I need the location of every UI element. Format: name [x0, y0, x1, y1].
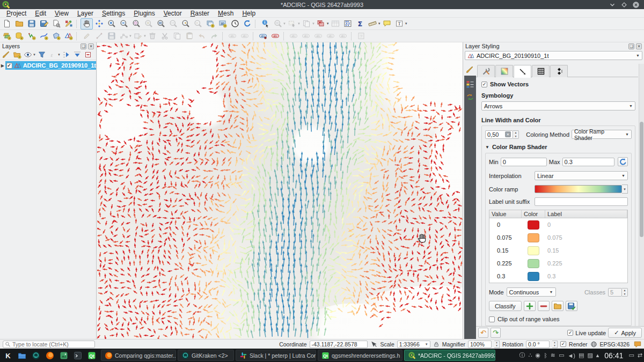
- symbology-combobox[interactable]: Arrows ▼: [481, 101, 635, 110]
- locator-input[interactable]: [12, 341, 87, 348]
- add-vector-layer-button[interactable]: [13, 31, 25, 42]
- styling-layer-combobox[interactable]: ADCIRC_BG_20190910_1t ▼: [465, 51, 642, 60]
- column-header-value[interactable]: Value: [489, 210, 522, 218]
- add-spatialite-layer-button[interactable]: [50, 31, 62, 42]
- terminal-icon[interactable]: [71, 350, 84, 361]
- live-update-checkbox[interactable]: [567, 330, 573, 336]
- zoom-full-button[interactable]: [130, 18, 142, 29]
- styling-panel-close-icon[interactable]: ✕: [636, 43, 642, 49]
- zoom-to-layer-button[interactable]: [155, 18, 167, 29]
- locator-box[interactable]: [3, 341, 95, 348]
- scale-combobox[interactable]: 1:33966▼: [397, 341, 430, 348]
- layer-expand-icon[interactable]: ▶: [0, 63, 5, 68]
- min-input[interactable]: 0: [501, 158, 547, 166]
- menu-layer[interactable]: Layer: [73, 10, 98, 17]
- table-row[interactable]: 0.0750.075: [489, 231, 627, 244]
- expand-all-button[interactable]: [62, 50, 71, 60]
- task-button[interactable]: *ADCIRC - QGIS 26427ab9993: [404, 350, 495, 361]
- new-map-view-button[interactable]: [204, 18, 216, 29]
- open-data-source-manager-button[interactable]: [1, 31, 13, 42]
- cell-color[interactable]: [522, 259, 545, 268]
- tab-mesh-settings[interactable]: [477, 65, 495, 77]
- gitkraken-launcher-icon[interactable]: [30, 350, 42, 361]
- clip-out-of-range-checkbox[interactable]: [489, 316, 495, 322]
- color-ramp-shader-collapser[interactable]: ▼ Color Ramp Shader: [485, 144, 632, 150]
- bluetooth-icon[interactable]: ᛒ: [544, 352, 547, 359]
- save-project-as-button[interactable]: [38, 18, 50, 29]
- load-color-map-button[interactable]: [552, 301, 564, 311]
- window-switch-icon[interactable]: ⇄: [638, 352, 642, 359]
- table-row[interactable]: 0.30.3: [489, 270, 627, 283]
- info-icon[interactable]: ⓘ: [519, 351, 525, 359]
- window-shade-icon[interactable]: [609, 1, 616, 9]
- column-header-label[interactable]: Label: [545, 210, 627, 218]
- add-value-button[interactable]: [524, 301, 536, 311]
- layer-visibility-checkbox[interactable]: [6, 63, 12, 69]
- battery-icon[interactable]: ▭: [559, 352, 564, 359]
- menu-mesh[interactable]: Mesh: [214, 10, 238, 17]
- tab-rendering[interactable]: [532, 65, 550, 77]
- interpolation-combobox[interactable]: Linear ▼: [535, 171, 628, 180]
- pan-to-selection-button[interactable]: [93, 18, 105, 29]
- processing-toolbox-button[interactable]: [342, 18, 354, 29]
- table-row[interactable]: 00: [489, 218, 627, 231]
- tray-expand-icon[interactable]: ▴: [596, 352, 599, 359]
- chevron-down-icon[interactable]: ▼: [378, 22, 381, 25]
- color-swatch[interactable]: [528, 233, 539, 242]
- filter-legend-button[interactable]: [37, 50, 47, 60]
- redo-button[interactable]: ↷: [491, 328, 501, 338]
- map-canvas[interactable]: [97, 42, 463, 339]
- menu-help[interactable]: Help: [238, 10, 260, 17]
- remove-value-button[interactable]: [538, 301, 550, 311]
- firefox-launcher-icon[interactable]: [43, 350, 56, 361]
- lock-icon[interactable]: [433, 341, 440, 348]
- window-maximize-icon[interactable]: [620, 1, 628, 9]
- temporal-controller-panel-button[interactable]: [229, 18, 241, 29]
- cell-color[interactable]: [522, 233, 545, 242]
- table-row[interactable]: 0.150.15: [489, 244, 627, 257]
- image-viewer-icon[interactable]: [57, 350, 70, 361]
- chevron-down-icon[interactable]: ▼: [33, 53, 36, 56]
- new-3d-map-view-button[interactable]: 3D: [216, 18, 229, 29]
- tab-contours[interactable]: [495, 65, 513, 77]
- chevron-down-icon[interactable]: ▼: [405, 22, 408, 25]
- labeling-button[interactable]: abc: [257, 31, 269, 42]
- kde-menu-icon[interactable]: K: [2, 350, 14, 361]
- save-project-button[interactable]: [25, 18, 38, 29]
- label-unit-suffix-input[interactable]: [535, 197, 628, 206]
- extents-icon[interactable]: [370, 341, 378, 348]
- kdeconnect-icon[interactable]: ∴: [529, 352, 532, 359]
- wifi-icon[interactable]: ≋: [551, 352, 555, 359]
- magnifier-field[interactable]: 100%: [468, 341, 492, 348]
- map-tips-button[interactable]: [381, 18, 393, 29]
- menu-view[interactable]: View: [50, 10, 73, 17]
- classify-button[interactable]: Classify: [489, 301, 522, 311]
- add-delimited-text-layer-button[interactable]: [25, 31, 38, 42]
- project-properties-button[interactable]: [50, 18, 62, 29]
- coordinate-field[interactable]: -43.1187,-22.8578: [310, 341, 368, 348]
- diagrams-button[interactable]: abc: [269, 31, 282, 42]
- statistical-summary-button[interactable]: Σ: [354, 18, 367, 29]
- zoom-last-button[interactable]: [179, 18, 192, 29]
- color-swatch[interactable]: [528, 259, 539, 268]
- tab-stacked-mesh-averaging[interactable]: [550, 65, 568, 77]
- virtual-desktop-icon[interactable]: ▭: [628, 352, 634, 359]
- show-vectors-checkbox[interactable]: [481, 82, 487, 87]
- cell-color[interactable]: [522, 220, 545, 230]
- remove-layer-button[interactable]: [83, 50, 93, 60]
- manage-map-themes-button[interactable]: [23, 50, 33, 60]
- history-strip-icon[interactable]: [466, 93, 474, 101]
- color-ramp-menu-icon[interactable]: ▼: [622, 184, 628, 194]
- open-layer-styling-panel-button[interactable]: [2, 50, 11, 60]
- crs-globe-icon[interactable]: [590, 341, 597, 348]
- chevron-down-icon[interactable]: ▼: [326, 22, 330, 25]
- new-project-button[interactable]: [1, 18, 13, 29]
- cell-color[interactable]: [522, 246, 545, 255]
- legend-strip-icon[interactable]: [466, 80, 474, 88]
- max-input[interactable]: 0.3: [562, 158, 614, 166]
- rotation-stepper[interactable]: ▲▼: [552, 341, 558, 348]
- zoom-in-button[interactable]: [105, 18, 118, 29]
- column-header-color[interactable]: Color: [522, 210, 545, 218]
- menu-project[interactable]: Project: [2, 10, 31, 17]
- style-manager-button[interactable]: [62, 18, 75, 29]
